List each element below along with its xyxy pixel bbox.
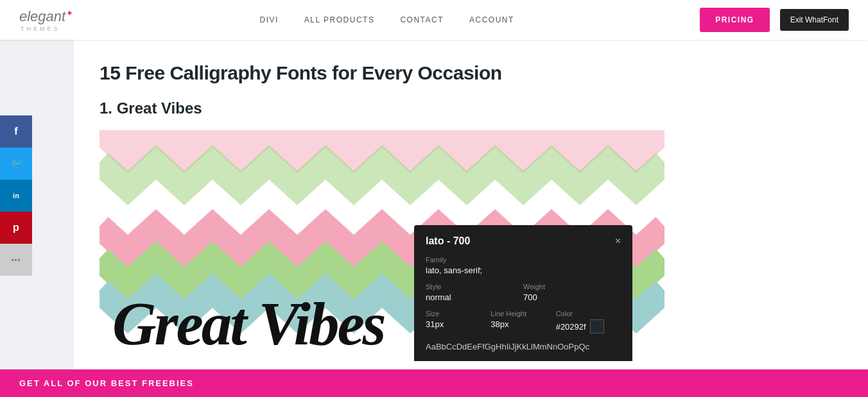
twitter-icon: 🐦 <box>11 158 22 169</box>
pricing-button[interactable]: PRICING <box>700 8 770 32</box>
popup-family-section: Family lato, sans-serif; <box>426 256 621 275</box>
popup-color-col: Color #20292f <box>556 310 621 334</box>
logo-star-icon: ✦ <box>66 8 73 18</box>
popup-size-col: Size 31px <box>426 310 490 334</box>
content-area: 15 Free Calligraphy Fonts for Every Occa… <box>74 40 868 397</box>
popup-style-col: Style normal <box>426 283 523 302</box>
popup-twitter-icon[interactable]: 🐦 <box>608 359 621 361</box>
whatfont-popup: lato - 700 × Family lato, sans-serif; St… <box>414 225 632 361</box>
popup-style-value: normal <box>426 292 523 302</box>
popup-size-lineheight-color-row: Size 31px Line Height 38px Color #20292f <box>426 310 621 334</box>
popup-size-value: 31px <box>426 319 490 329</box>
popup-font-name: lato - 700 <box>426 235 470 247</box>
nav-item-contact[interactable]: CONTACT <box>400 15 444 24</box>
popup-color-value: #20292f <box>556 322 586 332</box>
popup-lineheight-col: Line Height 38px <box>490 310 555 334</box>
calligraphy-overlay: Great Vibes <box>112 294 385 355</box>
popup-style-label: Style <box>426 283 523 291</box>
popup-footer: 🐦 <box>426 359 621 361</box>
logo-themes: themes <box>21 26 60 32</box>
popup-style-weight-row: Style normal Weight 700 <box>426 283 621 302</box>
page-title: 15 Free Calligraphy Fonts for Every Occa… <box>100 62 842 84</box>
popup-lineheight-label: Line Height <box>490 310 555 317</box>
exit-whatfont-button[interactable]: Exit WhatFont <box>780 9 849 31</box>
font-image-container: Great Vibes lato - 700 × Family lato, sa… <box>100 130 664 361</box>
popup-color-label: Color <box>556 310 604 317</box>
color-swatch <box>590 319 604 334</box>
bottom-freebies-bar[interactable]: GET ALL OF OUR BEST FREEBIES <box>0 369 868 397</box>
popup-header: lato - 700 × <box>426 235 621 247</box>
social-sidebar: f 🐦 in p ••• <box>0 115 32 276</box>
facebook-icon: f <box>14 126 17 137</box>
nav-item-divi[interactable]: DIVI <box>259 15 278 24</box>
logo-elegant: elegant <box>19 8 65 25</box>
main-nav: DIVI ALL PRODUCTS CONTACT ACCOUNT <box>259 15 514 24</box>
nav-item-account[interactable]: ACCOUNT <box>469 15 514 24</box>
social-twitter-button[interactable]: 🐦 <box>0 148 32 180</box>
popup-lineheight-value: 38px <box>490 319 555 329</box>
page-wrapper: 15 Free Calligraphy Fonts for Every Occa… <box>0 40 868 397</box>
social-linkedin-button[interactable]: in <box>0 180 32 212</box>
social-facebook-button[interactable]: f <box>0 115 32 148</box>
more-icon: ••• <box>12 256 21 264</box>
popup-size-label: Size <box>426 310 490 317</box>
nav-item-all-products[interactable]: ALL PRODUCTS <box>304 15 375 24</box>
social-more-button[interactable]: ••• <box>0 244 32 276</box>
popup-close-button[interactable]: × <box>615 235 621 247</box>
logo[interactable]: elegant ✦ themes <box>19 8 74 32</box>
popup-alphabet: AaBbCcDdEeFfGgHhIiJjKkLlMmNnOoPpQc <box>426 341 621 353</box>
pinterest-icon: p <box>13 222 19 233</box>
section-heading-1: 1. Great Vibes <box>100 99 842 117</box>
popup-family-label: Family <box>426 256 621 264</box>
popup-weight-label: Weight <box>523 283 621 291</box>
popup-family-value: lato, sans-serif; <box>426 266 621 275</box>
popup-weight-col: Weight 700 <box>523 283 621 302</box>
header: elegant ✦ themes DIVI ALL PRODUCTS CONTA… <box>0 0 868 40</box>
social-pinterest-button[interactable]: p <box>0 212 32 244</box>
linkedin-icon: in <box>13 192 19 199</box>
popup-weight-value: 700 <box>523 292 621 302</box>
